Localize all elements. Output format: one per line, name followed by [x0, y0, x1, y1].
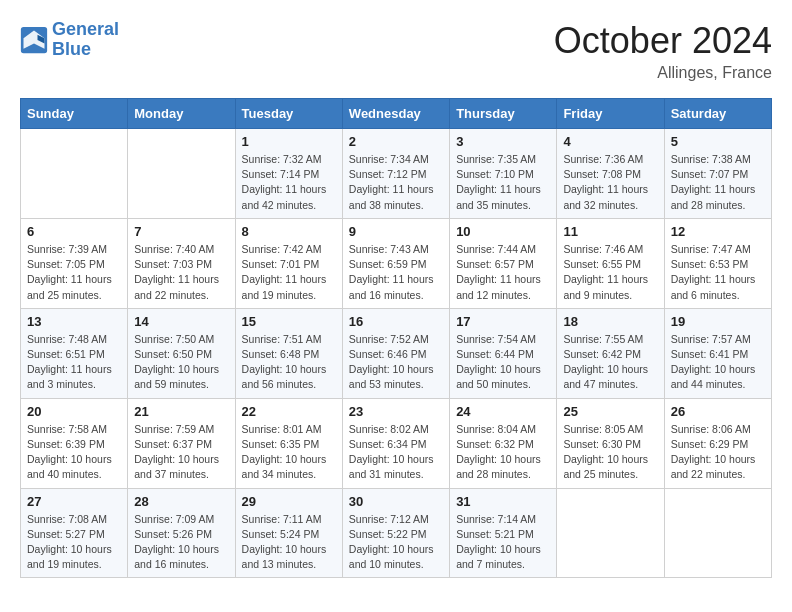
cell-info: Sunrise: 7:55 AM Sunset: 6:42 PM Dayligh…: [563, 332, 657, 393]
cell-info: Sunrise: 7:40 AM Sunset: 7:03 PM Dayligh…: [134, 242, 228, 303]
location: Allinges, France: [554, 64, 772, 82]
day-number: 27: [27, 494, 121, 509]
day-number: 24: [456, 404, 550, 419]
day-number: 12: [671, 224, 765, 239]
day-number: 28: [134, 494, 228, 509]
calendar-cell: 30Sunrise: 7:12 AM Sunset: 5:22 PM Dayli…: [342, 488, 449, 578]
calendar-cell: 18Sunrise: 7:55 AM Sunset: 6:42 PM Dayli…: [557, 308, 664, 398]
week-row-3: 13Sunrise: 7:48 AM Sunset: 6:51 PM Dayli…: [21, 308, 772, 398]
calendar-cell: 20Sunrise: 7:58 AM Sunset: 6:39 PM Dayli…: [21, 398, 128, 488]
day-number: 3: [456, 134, 550, 149]
calendar-cell: 13Sunrise: 7:48 AM Sunset: 6:51 PM Dayli…: [21, 308, 128, 398]
day-number: 18: [563, 314, 657, 329]
calendar-cell: 14Sunrise: 7:50 AM Sunset: 6:50 PM Dayli…: [128, 308, 235, 398]
calendar-cell: 12Sunrise: 7:47 AM Sunset: 6:53 PM Dayli…: [664, 218, 771, 308]
day-number: 25: [563, 404, 657, 419]
cell-info: Sunrise: 7:43 AM Sunset: 6:59 PM Dayligh…: [349, 242, 443, 303]
day-number: 26: [671, 404, 765, 419]
cell-info: Sunrise: 8:01 AM Sunset: 6:35 PM Dayligh…: [242, 422, 336, 483]
cell-info: Sunrise: 7:09 AM Sunset: 5:26 PM Dayligh…: [134, 512, 228, 573]
day-number: 14: [134, 314, 228, 329]
day-number: 15: [242, 314, 336, 329]
day-number: 9: [349, 224, 443, 239]
calendar-cell: [557, 488, 664, 578]
week-row-2: 6Sunrise: 7:39 AM Sunset: 7:05 PM Daylig…: [21, 218, 772, 308]
day-number: 13: [27, 314, 121, 329]
cell-info: Sunrise: 7:36 AM Sunset: 7:08 PM Dayligh…: [563, 152, 657, 213]
cell-info: Sunrise: 7:39 AM Sunset: 7:05 PM Dayligh…: [27, 242, 121, 303]
calendar-cell: 11Sunrise: 7:46 AM Sunset: 6:55 PM Dayli…: [557, 218, 664, 308]
calendar-cell: 23Sunrise: 8:02 AM Sunset: 6:34 PM Dayli…: [342, 398, 449, 488]
week-row-1: 1Sunrise: 7:32 AM Sunset: 7:14 PM Daylig…: [21, 129, 772, 219]
calendar-cell: [664, 488, 771, 578]
calendar-cell: 2Sunrise: 7:34 AM Sunset: 7:12 PM Daylig…: [342, 129, 449, 219]
day-number: 6: [27, 224, 121, 239]
calendar-cell: [128, 129, 235, 219]
title-block: October 2024 Allinges, France: [554, 20, 772, 82]
day-header-monday: Monday: [128, 99, 235, 129]
calendar-cell: 15Sunrise: 7:51 AM Sunset: 6:48 PM Dayli…: [235, 308, 342, 398]
day-header-tuesday: Tuesday: [235, 99, 342, 129]
cell-info: Sunrise: 7:44 AM Sunset: 6:57 PM Dayligh…: [456, 242, 550, 303]
cell-info: Sunrise: 7:42 AM Sunset: 7:01 PM Dayligh…: [242, 242, 336, 303]
day-number: 19: [671, 314, 765, 329]
calendar-cell: 5Sunrise: 7:38 AM Sunset: 7:07 PM Daylig…: [664, 129, 771, 219]
day-number: 4: [563, 134, 657, 149]
day-header-thursday: Thursday: [450, 99, 557, 129]
day-header-sunday: Sunday: [21, 99, 128, 129]
calendar-cell: 25Sunrise: 8:05 AM Sunset: 6:30 PM Dayli…: [557, 398, 664, 488]
calendar-cell: 6Sunrise: 7:39 AM Sunset: 7:05 PM Daylig…: [21, 218, 128, 308]
calendar-cell: 27Sunrise: 7:08 AM Sunset: 5:27 PM Dayli…: [21, 488, 128, 578]
day-number: 5: [671, 134, 765, 149]
cell-info: Sunrise: 7:08 AM Sunset: 5:27 PM Dayligh…: [27, 512, 121, 573]
day-header-saturday: Saturday: [664, 99, 771, 129]
day-number: 22: [242, 404, 336, 419]
calendar-cell: 7Sunrise: 7:40 AM Sunset: 7:03 PM Daylig…: [128, 218, 235, 308]
cell-info: Sunrise: 7:47 AM Sunset: 6:53 PM Dayligh…: [671, 242, 765, 303]
page-header: General Blue October 2024 Allinges, Fran…: [20, 20, 772, 82]
calendar-cell: 4Sunrise: 7:36 AM Sunset: 7:08 PM Daylig…: [557, 129, 664, 219]
cell-info: Sunrise: 7:52 AM Sunset: 6:46 PM Dayligh…: [349, 332, 443, 393]
day-number: 2: [349, 134, 443, 149]
cell-info: Sunrise: 7:35 AM Sunset: 7:10 PM Dayligh…: [456, 152, 550, 213]
cell-info: Sunrise: 7:38 AM Sunset: 7:07 PM Dayligh…: [671, 152, 765, 213]
cell-info: Sunrise: 7:12 AM Sunset: 5:22 PM Dayligh…: [349, 512, 443, 573]
calendar-cell: 3Sunrise: 7:35 AM Sunset: 7:10 PM Daylig…: [450, 129, 557, 219]
day-number: 7: [134, 224, 228, 239]
cell-info: Sunrise: 7:46 AM Sunset: 6:55 PM Dayligh…: [563, 242, 657, 303]
cell-info: Sunrise: 7:59 AM Sunset: 6:37 PM Dayligh…: [134, 422, 228, 483]
cell-info: Sunrise: 7:34 AM Sunset: 7:12 PM Dayligh…: [349, 152, 443, 213]
header-row: SundayMondayTuesdayWednesdayThursdayFrid…: [21, 99, 772, 129]
day-number: 17: [456, 314, 550, 329]
calendar-cell: 8Sunrise: 7:42 AM Sunset: 7:01 PM Daylig…: [235, 218, 342, 308]
calendar-cell: 19Sunrise: 7:57 AM Sunset: 6:41 PM Dayli…: [664, 308, 771, 398]
logo-text-line1: General: [52, 20, 119, 40]
cell-info: Sunrise: 7:50 AM Sunset: 6:50 PM Dayligh…: [134, 332, 228, 393]
calendar-cell: 21Sunrise: 7:59 AM Sunset: 6:37 PM Dayli…: [128, 398, 235, 488]
logo: General Blue: [20, 20, 119, 60]
calendar-cell: 16Sunrise: 7:52 AM Sunset: 6:46 PM Dayli…: [342, 308, 449, 398]
cell-info: Sunrise: 7:14 AM Sunset: 5:21 PM Dayligh…: [456, 512, 550, 573]
cell-info: Sunrise: 8:04 AM Sunset: 6:32 PM Dayligh…: [456, 422, 550, 483]
calendar-table: SundayMondayTuesdayWednesdayThursdayFrid…: [20, 98, 772, 578]
day-number: 23: [349, 404, 443, 419]
week-row-4: 20Sunrise: 7:58 AM Sunset: 6:39 PM Dayli…: [21, 398, 772, 488]
calendar-cell: 9Sunrise: 7:43 AM Sunset: 6:59 PM Daylig…: [342, 218, 449, 308]
calendar-cell: 24Sunrise: 8:04 AM Sunset: 6:32 PM Dayli…: [450, 398, 557, 488]
day-number: 16: [349, 314, 443, 329]
day-number: 29: [242, 494, 336, 509]
day-number: 30: [349, 494, 443, 509]
cell-info: Sunrise: 8:02 AM Sunset: 6:34 PM Dayligh…: [349, 422, 443, 483]
cell-info: Sunrise: 7:48 AM Sunset: 6:51 PM Dayligh…: [27, 332, 121, 393]
cell-info: Sunrise: 7:58 AM Sunset: 6:39 PM Dayligh…: [27, 422, 121, 483]
cell-info: Sunrise: 7:51 AM Sunset: 6:48 PM Dayligh…: [242, 332, 336, 393]
cell-info: Sunrise: 7:54 AM Sunset: 6:44 PM Dayligh…: [456, 332, 550, 393]
logo-icon: [20, 26, 48, 54]
cell-info: Sunrise: 7:11 AM Sunset: 5:24 PM Dayligh…: [242, 512, 336, 573]
cell-info: Sunrise: 7:32 AM Sunset: 7:14 PM Dayligh…: [242, 152, 336, 213]
day-number: 31: [456, 494, 550, 509]
week-row-5: 27Sunrise: 7:08 AM Sunset: 5:27 PM Dayli…: [21, 488, 772, 578]
cell-info: Sunrise: 8:06 AM Sunset: 6:29 PM Dayligh…: [671, 422, 765, 483]
day-number: 8: [242, 224, 336, 239]
day-header-friday: Friday: [557, 99, 664, 129]
